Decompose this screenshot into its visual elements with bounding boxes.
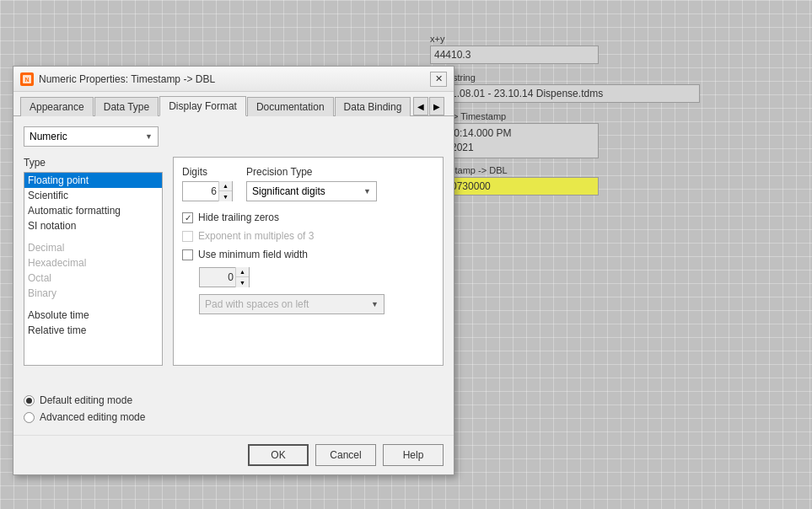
- cancel-button[interactable]: Cancel: [315, 444, 376, 466]
- min-field-up-arrow[interactable]: ▲: [236, 267, 249, 277]
- precision-type-dropdown[interactable]: Significant digits ▼: [246, 181, 377, 201]
- tabs-bar: Appearance Data Type Display Format Docu…: [13, 92, 454, 116]
- list-item-hexadecimal: Hexadecimal: [24, 255, 162, 271]
- dialog-content: Numeric ▼ Type Floating point Scientific…: [13, 116, 454, 376]
- text-timestamp-label: Text -> Timestamp: [430, 111, 784, 121]
- list-item-relative-time[interactable]: Relative time: [24, 323, 162, 338]
- timestamp-line1: 11:10:14.000 PM: [434, 126, 594, 141]
- xy-value: 44410.3: [430, 46, 599, 64]
- xy-widget-group: x+y 44410.3: [430, 34, 784, 64]
- min-field-spinner[interactable]: 0 ▲ ▼: [199, 267, 250, 287]
- timestamp-dbl-group: Timestamp -> DBL 3710730000: [430, 165, 784, 196]
- min-field-value: 0: [200, 271, 235, 283]
- pad-dropdown-value: Pad with spaces on left: [205, 298, 309, 310]
- hide-trailing-zeros-checkbox[interactable]: [182, 212, 193, 223]
- dialog-title: Numeric Properties: Timestamp -> DBL: [39, 73, 215, 85]
- timestamp-dbl-label: Timestamp -> DBL: [430, 165, 784, 175]
- digits-field: Digits 6 ▲ ▼: [182, 166, 233, 201]
- dialog-icon: N: [20, 72, 34, 86]
- dialog-titlebar: N Numeric Properties: Timestamp -> DBL ✕: [13, 67, 454, 92]
- svg-text:N: N: [24, 77, 29, 83]
- help-button[interactable]: Help: [383, 444, 444, 466]
- input-string-group: input string 2021.08.01 - 23.10.14 Dispe…: [430, 72, 784, 103]
- min-field-down-arrow[interactable]: ▼: [236, 277, 249, 287]
- titlebar-left: N Numeric Properties: Timestamp -> DBL: [20, 72, 215, 86]
- list-item-floating-point[interactable]: Floating point: [24, 173, 162, 188]
- digits-down-arrow[interactable]: ▼: [219, 191, 232, 201]
- digits-value: 6: [183, 185, 218, 197]
- precision-type-label: Precision Type: [246, 166, 377, 178]
- input-string-value: 2021.08.01 - 23.10.14 Dispense.tdms: [430, 84, 700, 103]
- exponent-multiples-label: Exponent in multiples of 3: [198, 230, 314, 242]
- hide-trailing-zeros-row[interactable]: Hide trailing zeros: [182, 212, 434, 223]
- pad-dropdown-row: Pad with spaces on left ▼: [199, 294, 434, 314]
- list-item-absolute-time[interactable]: Absolute time: [24, 308, 162, 323]
- use-min-field-row[interactable]: Use minimum field width: [182, 249, 434, 260]
- digits-label: Digits: [182, 166, 233, 178]
- tab-prev-button[interactable]: ◀: [413, 97, 428, 115]
- default-editing-radio[interactable]: [24, 395, 35, 406]
- hide-trailing-zeros-label: Hide trailing zeros: [198, 212, 279, 223]
- list-item-scientific[interactable]: Scientific: [24, 188, 162, 203]
- xy-label: x+y: [430, 34, 784, 44]
- format-dropdown[interactable]: Numeric ▼: [24, 126, 159, 147]
- precision-type-field: Precision Type Significant digits ▼: [246, 166, 377, 201]
- right-panel: Digits 6 ▲ ▼ Precision Type Significa: [173, 157, 444, 366]
- default-editing-label: Default editing mode: [40, 394, 132, 406]
- timestamp-dbl-value: 3710730000: [430, 177, 599, 196]
- precision-type-value: Significant digits: [252, 185, 325, 197]
- numeric-properties-dialog: N Numeric Properties: Timestamp -> DBL ✕…: [13, 66, 454, 475]
- precision-dropdown-arrow: ▼: [363, 187, 371, 196]
- tab-data-type[interactable]: Data Type: [94, 97, 159, 116]
- input-string-label: input string: [430, 72, 784, 83]
- advanced-editing-row[interactable]: Advanced editing mode: [24, 411, 444, 423]
- exponent-multiples-row: Exponent in multiples of 3: [182, 230, 434, 242]
- list-item-binary: Binary: [24, 286, 162, 301]
- type-list[interactable]: Floating point Scientific Automatic form…: [24, 172, 163, 366]
- list-item-decimal: Decimal: [24, 240, 162, 255]
- tab-data-binding[interactable]: Data Binding: [335, 97, 411, 116]
- type-panel: Type Floating point Scientific Automatic…: [24, 157, 163, 366]
- default-editing-row[interactable]: Default editing mode: [24, 394, 444, 406]
- list-item-octal: Octal: [24, 271, 162, 286]
- tab-nav-buttons: ◀ ▶: [413, 97, 444, 115]
- type-label: Type: [24, 157, 163, 169]
- spinner-arrows: ▲ ▼: [218, 181, 232, 201]
- exponent-multiples-checkbox: [182, 231, 193, 242]
- list-separator: [24, 233, 162, 240]
- tab-appearance[interactable]: Appearance: [20, 97, 94, 116]
- advanced-editing-radio[interactable]: [24, 412, 35, 423]
- use-min-field-checkbox[interactable]: [182, 249, 193, 260]
- pad-dropdown: Pad with spaces on left ▼: [199, 294, 384, 314]
- text-timestamp-values: 11:10:14.000 PM 8/1/2021: [430, 123, 599, 158]
- ok-button[interactable]: OK: [248, 444, 309, 466]
- tab-next-button[interactable]: ▶: [429, 97, 444, 115]
- format-dropdown-arrow: ▼: [145, 132, 153, 141]
- min-field-value-row: 0 ▲ ▼: [199, 267, 434, 287]
- list-item-automatic[interactable]: Automatic formatting: [24, 203, 162, 218]
- use-min-field-label: Use minimum field width: [198, 249, 308, 260]
- min-field-arrows: ▲ ▼: [235, 267, 249, 287]
- background-widgets: x+y 44410.3 input string 2021.08.01 - 23…: [430, 34, 784, 202]
- main-area: Type Floating point Scientific Automatic…: [24, 157, 444, 366]
- format-dropdown-row: Numeric ▼: [24, 126, 444, 147]
- digits-precision-row: Digits 6 ▲ ▼ Precision Type Significa: [182, 166, 434, 201]
- text-timestamp-group: Text -> Timestamp 11:10:14.000 PM 8/1/20…: [430, 111, 784, 158]
- list-item-si[interactable]: SI notation: [24, 218, 162, 233]
- dialog-footer: OK Cancel Help: [13, 435, 454, 474]
- digits-spinner[interactable]: 6 ▲ ▼: [182, 181, 233, 201]
- list-separator2: [24, 301, 162, 308]
- pad-dropdown-arrow: ▼: [371, 300, 379, 308]
- tab-documentation[interactable]: Documentation: [247, 97, 334, 116]
- editing-mode-section: Default editing mode Advanced editing mo…: [13, 388, 454, 435]
- format-dropdown-value: Numeric: [30, 131, 67, 142]
- timestamp-line2: 8/1/2021: [434, 141, 594, 155]
- advanced-editing-label: Advanced editing mode: [40, 411, 145, 423]
- tab-display-format[interactable]: Display Format: [159, 96, 246, 116]
- digits-up-arrow[interactable]: ▲: [219, 181, 232, 191]
- close-button[interactable]: ✕: [430, 72, 447, 87]
